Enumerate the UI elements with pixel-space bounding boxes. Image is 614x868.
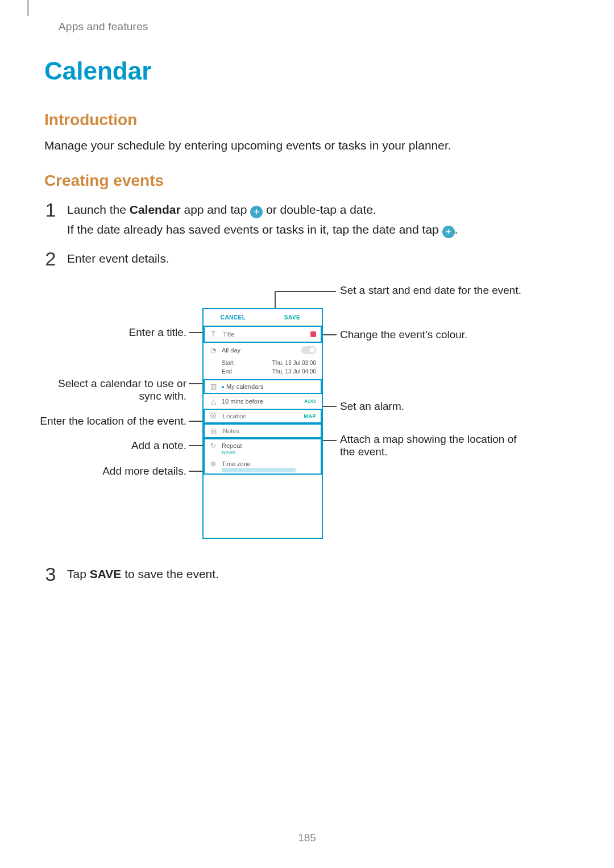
title-row[interactable]: T xyxy=(204,326,322,343)
page-number: 185 xyxy=(0,832,614,844)
text: . xyxy=(455,223,458,236)
timezone-label: Time zone xyxy=(222,460,316,467)
colour-swatch[interactable] xyxy=(310,331,316,337)
text: app and tap xyxy=(181,203,251,216)
notes-input[interactable] xyxy=(222,427,316,435)
note-icon: ▤ xyxy=(209,427,217,435)
more-details-block: ↻ Repeat Never ⊕ Time zone xyxy=(204,438,322,475)
creating-heading: Creating events xyxy=(44,172,164,190)
annotation-alarm: Set an alarm. xyxy=(340,400,522,413)
leader-line xyxy=(275,291,276,308)
title-input[interactable] xyxy=(222,330,306,338)
pin-icon: ⦿ xyxy=(209,412,217,420)
start-value: Thu, 13 Jul 03:00 xyxy=(272,360,316,366)
repeat-label: Repeat xyxy=(222,442,316,449)
start-label: Start xyxy=(222,360,234,366)
annotation-title: Enter a title. xyxy=(129,326,186,339)
text: or double-tap a date. xyxy=(263,203,376,216)
timezone-row[interactable]: ⊕ Time zone xyxy=(204,458,322,468)
allday-label: All day xyxy=(222,347,297,354)
editor-topbar: CANCEL SAVE xyxy=(204,309,322,326)
calendar-row[interactable]: ▥ My calendars xyxy=(204,379,322,394)
allday-toggle[interactable] xyxy=(301,346,316,354)
annotation-map: Attach a map showing the location of the… xyxy=(340,433,522,458)
app-name: Calendar xyxy=(130,203,181,216)
allday-row[interactable]: ◔ All day xyxy=(204,343,322,358)
location-row[interactable]: ⦿ MAP xyxy=(204,409,322,423)
event-editor-diagram: Enter a title. Select a calendar to use … xyxy=(44,279,556,551)
text: Tap xyxy=(67,567,90,580)
globe-icon: ⊕ xyxy=(209,460,217,468)
step-2: 2 Enter event details. xyxy=(44,249,556,269)
calendar-label: My calendars xyxy=(222,383,316,390)
cancel-button[interactable]: CANCEL xyxy=(204,309,263,325)
notes-row[interactable]: ▤ xyxy=(204,423,322,438)
page-title: Calendar xyxy=(44,57,151,85)
annotation-more: Add more details. xyxy=(102,465,186,477)
event-editor-mock: CANCEL SAVE T ◔ All day Start Thu, 13 Ju… xyxy=(202,308,323,539)
start-end-block[interactable]: Start Thu, 13 Jul 03:00 End Thu, 13 Jul … xyxy=(204,358,322,379)
annotation-location: Enter the location of the event. xyxy=(39,415,186,427)
breadcrumb: Apps and features xyxy=(59,20,148,33)
step-1: 1 Launch the Calendar app and tap + or d… xyxy=(44,200,556,239)
intro-heading: Introduction xyxy=(44,111,137,129)
leader-line xyxy=(189,471,202,472)
step-number: 2 xyxy=(44,249,57,268)
step-number: 3 xyxy=(44,564,57,584)
add-reminder-chip[interactable]: ADD xyxy=(304,398,316,404)
step-3: 3 Tap SAVE to save the event. xyxy=(44,564,556,584)
text: to save the event. xyxy=(121,567,219,580)
timezone-value-blur xyxy=(222,468,296,472)
clock-icon: ◔ xyxy=(209,346,217,354)
end-value: Thu, 13 Jul 04:00 xyxy=(272,368,316,375)
step-body: Launch the Calendar app and tap + or dou… xyxy=(67,200,458,239)
step-body: Enter event details. xyxy=(67,249,169,269)
annotation-note: Add a note. xyxy=(131,439,186,452)
header-rule xyxy=(27,0,29,16)
save-button[interactable]: SAVE xyxy=(263,309,322,325)
text: Launch the xyxy=(67,203,130,216)
annotation-colour: Change the event's colour. xyxy=(340,329,522,341)
end-label: End xyxy=(222,368,232,375)
intro-text: Manage your schedule by entering upcomin… xyxy=(44,139,451,152)
calendar-icon: ▥ xyxy=(209,383,217,391)
reminder-label: 10 mins before xyxy=(222,398,300,405)
location-input[interactable] xyxy=(222,412,300,420)
text: If the date already has saved events or … xyxy=(67,223,442,236)
save-keyword: SAVE xyxy=(90,567,122,580)
text-icon: T xyxy=(209,330,217,338)
annotation-calendar: Select a calendar to use or sync with. xyxy=(44,377,186,402)
plus-icon: + xyxy=(250,206,263,218)
map-chip[interactable]: MAP xyxy=(304,413,317,419)
step-body: Tap SAVE to save the event. xyxy=(67,564,219,584)
step-number: 1 xyxy=(44,200,57,219)
reminder-row[interactable]: △ 10 mins before ADD xyxy=(204,394,322,409)
repeat-value: Never xyxy=(204,450,322,458)
bell-icon: △ xyxy=(209,397,217,405)
repeat-icon: ↻ xyxy=(209,442,217,450)
leader-line xyxy=(275,291,336,292)
annotation-dates: Set a start and end date for the event. xyxy=(340,284,522,297)
repeat-row[interactable]: ↻ Repeat xyxy=(204,441,322,450)
plus-icon: + xyxy=(442,226,455,238)
